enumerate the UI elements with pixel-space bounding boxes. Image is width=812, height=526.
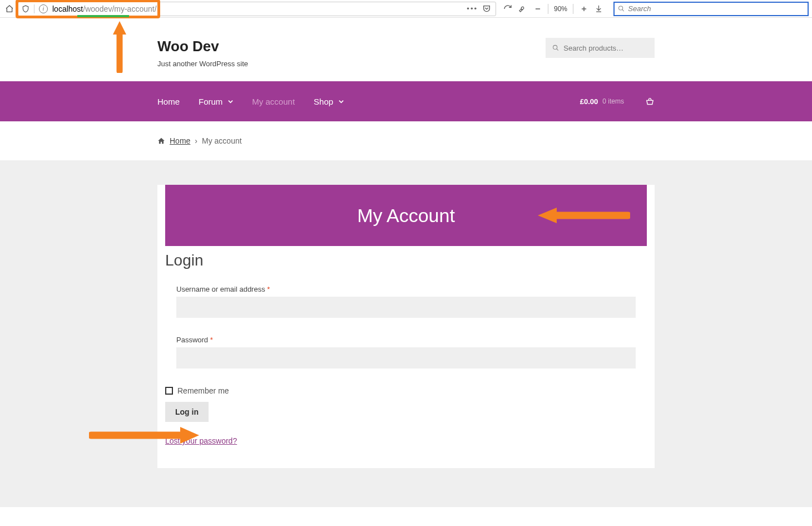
nav-shop[interactable]: Shop — [314, 97, 344, 106]
annotation-url-underline — [77, 15, 129, 17]
remember-me-label: Remember me — [177, 386, 229, 395]
cart-item-count: 0 items — [602, 97, 624, 105]
product-search-input[interactable] — [563, 44, 648, 52]
svg-point-3 — [619, 6, 623, 10]
svg-line-6 — [557, 49, 558, 51]
separator — [573, 4, 573, 14]
content-card: My Account Login Username or email addre… — [157, 185, 655, 468]
browser-search-box[interactable] — [613, 2, 809, 16]
label-text: Username or email address — [176, 285, 267, 293]
browser-toolbar: 90% — [498, 4, 608, 14]
login-heading: Login — [165, 252, 647, 269]
svg-point-5 — [553, 45, 557, 49]
tracking-shield-icon[interactable] — [21, 4, 31, 14]
annotation-arrow-right — [89, 425, 200, 445]
username-label: Username or email address * — [176, 285, 636, 293]
nav-forum[interactable]: Forum — [199, 97, 233, 106]
browser-search-input[interactable] — [628, 4, 804, 13]
search-icon — [618, 5, 625, 12]
required-mark: * — [267, 285, 270, 293]
url-text: localhost/woodev/my-account/ — [50, 4, 157, 13]
browser-address-bar: i localhost/woodev/my-account/ ••• 90% — [0, 0, 812, 18]
remember-me-checkbox[interactable] — [165, 387, 173, 395]
svg-line-4 — [622, 9, 624, 11]
chevron-down-icon — [228, 99, 233, 104]
site-tagline: Just another WordPress site — [157, 60, 248, 68]
nav-home[interactable]: Home — [157, 97, 180, 106]
product-search-box[interactable] — [546, 38, 655, 58]
url-host: localhost — [52, 4, 83, 13]
browser-home-button[interactable] — [3, 3, 16, 15]
site-info-icon[interactable]: i — [39, 4, 48, 13]
breadcrumb-separator: › — [195, 136, 197, 145]
password-label: Password * — [176, 336, 636, 344]
my-account-banner: My Account — [165, 185, 647, 246]
search-icon — [552, 44, 559, 52]
nav-label: My account — [252, 97, 295, 106]
nav-label: Shop — [314, 97, 333, 106]
chevron-down-icon — [339, 99, 344, 104]
cart-amount: £0.00 — [580, 97, 598, 106]
zoom-out-icon[interactable] — [533, 4, 542, 13]
password-input[interactable] — [176, 347, 636, 368]
zoom-level: 90% — [554, 5, 567, 13]
url-path: /woodev/my-account/ — [83, 4, 156, 13]
required-mark: * — [210, 336, 213, 344]
nav-my-account[interactable]: My account — [252, 97, 295, 106]
site-title[interactable]: Woo Dev — [157, 38, 248, 55]
breadcrumb-home-link[interactable]: Home — [170, 136, 190, 145]
breadcrumb: Home › My account — [0, 121, 812, 160]
page-title: My Account — [357, 205, 455, 227]
separator — [548, 4, 548, 14]
reload-icon[interactable] — [503, 4, 512, 13]
basket-icon — [645, 97, 655, 106]
url-input-wrap[interactable]: i localhost/woodev/my-account/ ••• — [18, 2, 496, 16]
download-icon[interactable] — [594, 4, 603, 13]
login-button[interactable]: Log in — [165, 402, 209, 422]
username-input[interactable] — [176, 297, 636, 318]
label-text: Password — [176, 336, 210, 344]
main-nav: Home Forum My account Shop £0.00 0 items — [0, 81, 812, 121]
nav-label: Home — [157, 97, 180, 106]
nav-label: Forum — [199, 97, 222, 106]
annotation-arrow-up — [111, 20, 128, 73]
zoom-in-icon[interactable] — [579, 4, 588, 13]
nav-cart[interactable]: £0.00 0 items — [580, 97, 655, 106]
pocket-icon[interactable] — [482, 4, 491, 13]
annotation-arrow-left — [536, 206, 630, 225]
home-icon — [157, 137, 165, 145]
content-area: My Account Login Username or email addre… — [0, 160, 812, 507]
devtools-icon[interactable] — [518, 4, 527, 13]
separator — [34, 4, 34, 13]
page-actions-icon[interactable]: ••• — [467, 4, 478, 13]
remember-me-row[interactable]: Remember me — [165, 386, 647, 395]
breadcrumb-current: My account — [202, 136, 242, 145]
